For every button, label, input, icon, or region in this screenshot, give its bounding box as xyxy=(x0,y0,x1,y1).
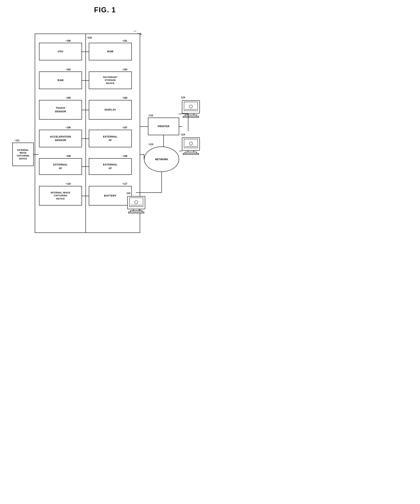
cpu-box: CPU xyxy=(39,43,82,60)
ext-if-107-label: EXTERNAL I/F xyxy=(103,135,117,142)
ref-114-mid-label: 114 xyxy=(181,133,201,136)
ram-label: RAM xyxy=(57,78,64,82)
network-top-comp-h xyxy=(179,114,188,114)
external-if-108-box: EXTERNAL I/F xyxy=(39,158,82,175)
ram-storage-connector xyxy=(82,80,89,81)
server-svg-top xyxy=(181,100,201,121)
network-label: NETWORK xyxy=(155,158,168,161)
svg-rect-10 xyxy=(185,152,197,153)
ref-107-label: ~107 xyxy=(122,126,127,129)
ref-102-label: ~102 xyxy=(65,68,71,71)
rom-label: ROM xyxy=(107,50,113,53)
battery-label: BATTERY xyxy=(104,194,116,198)
printer-comp-top-connector xyxy=(179,126,182,127)
svg-rect-4 xyxy=(183,116,199,117)
ref-111-label: ~111 xyxy=(14,139,19,142)
cpu-label: CPU xyxy=(58,50,64,53)
rom-box: ROM xyxy=(89,43,132,60)
ref-117-label: ~117 xyxy=(122,182,127,185)
network-comp-bot-h-connector xyxy=(136,192,162,193)
diagram-container: 115 ⌒ ~100 CPU ~102 RAM ~105 TOUCH SENSO… xyxy=(11,22,199,246)
ref-114-top-label: 114 xyxy=(181,96,201,99)
svg-point-19 xyxy=(135,201,138,204)
ext-if-108-label: EXTERNAL I/F xyxy=(53,163,68,170)
battery-box: BATTERY xyxy=(89,186,132,205)
ram-box: RAM xyxy=(39,72,82,89)
internal-image-label: INTERNAL IMAGE CAPTURING DEVICE xyxy=(51,191,70,200)
ref-108-label: ~108 xyxy=(65,155,71,157)
acceleration-label: ACCELERATION SENSOR xyxy=(50,135,71,142)
ref-101-label: ~101 xyxy=(122,39,127,42)
svg-point-5 xyxy=(189,105,192,108)
network-top-comp-v xyxy=(188,114,188,131)
left-col-divider xyxy=(86,34,86,233)
printer-label: PRINTER xyxy=(158,125,169,128)
ext-if-109-label: EXTERNAL I/F xyxy=(103,163,117,170)
svg-rect-9 xyxy=(188,150,194,152)
server-114-mid: 114 xyxy=(181,133,201,159)
server-svg-bot xyxy=(127,195,146,217)
svg-rect-11 xyxy=(183,153,199,155)
secondary-storage-box: SECONDARY STORAGE DEVICE xyxy=(89,72,132,89)
svg-rect-17 xyxy=(130,210,142,212)
server-114-top: 114 xyxy=(181,96,201,122)
extif107-printer-connector xyxy=(140,126,148,127)
accel-extif107-connector xyxy=(82,138,89,139)
svg-rect-18 xyxy=(128,212,144,213)
network-comp-bot-v-connector xyxy=(161,172,162,192)
svg-rect-2 xyxy=(188,113,194,115)
network-ellipse: NETWORK xyxy=(144,146,179,172)
ref-110-label: ~110 xyxy=(65,182,71,185)
external-image-box: EXTERNAL IMAGE CAPTURING DEVICE xyxy=(12,143,34,166)
svg-rect-3 xyxy=(185,115,197,116)
server-svg-mid xyxy=(181,137,201,158)
internal-image-box: INTERNAL IMAGE CAPTURING DEVICE xyxy=(39,186,82,205)
ext-image-to-extif108-connector xyxy=(34,154,39,155)
ref-100-label: ~100 xyxy=(65,39,71,42)
internal-battery-connector xyxy=(82,196,89,196)
ref-104-label: ~104 xyxy=(122,96,127,99)
cpu-rom-connector xyxy=(82,52,89,52)
ref-112-label: ~112 xyxy=(148,114,153,117)
ref-116-label: ~116 xyxy=(87,36,92,39)
ref-106-label: ~106 xyxy=(65,126,71,129)
printer-network-connector xyxy=(163,135,164,147)
display-label: DISPLAY xyxy=(105,108,116,112)
network-comp-mid-h-connector xyxy=(179,151,182,151)
touch-display-connector xyxy=(82,110,89,110)
page-title: FIG. 1 xyxy=(94,6,116,14)
external-image-label: EXTERNAL IMAGE CAPTURING DEVICE xyxy=(17,149,29,160)
extif108-extif109-connector xyxy=(82,166,89,167)
touch-sensor-box: TOUCH SENSOR xyxy=(39,100,82,120)
extif109-network-v-connector xyxy=(144,154,144,159)
extif109-network-connector xyxy=(140,154,144,155)
ref-105-label: ~105 xyxy=(65,96,71,99)
ref-113-label: ~113 xyxy=(148,143,153,146)
printer-box: PRINTER xyxy=(148,118,179,135)
svg-point-12 xyxy=(189,142,192,145)
external-if-107-box: EXTERNAL I/F xyxy=(89,130,132,147)
main-device-box: ~100 CPU ~102 RAM ~105 TOUCH SENSOR ~106… xyxy=(35,34,140,233)
svg-rect-16 xyxy=(133,209,139,210)
ref-109-label: ~109 xyxy=(122,155,127,157)
display-box: DISPLAY xyxy=(89,100,132,120)
ref-103-label: ~103 xyxy=(122,68,127,71)
secondary-storage-label: SECONDARY STORAGE DEVICE xyxy=(103,76,117,85)
external-if-109-box: EXTERNAL I/F xyxy=(89,158,132,175)
acceleration-sensor-box: ACCELERATION SENSOR xyxy=(39,130,82,147)
touch-sensor-label: TOUCH SENSOR xyxy=(55,106,66,113)
server-114-bot: 114 xyxy=(127,192,146,218)
